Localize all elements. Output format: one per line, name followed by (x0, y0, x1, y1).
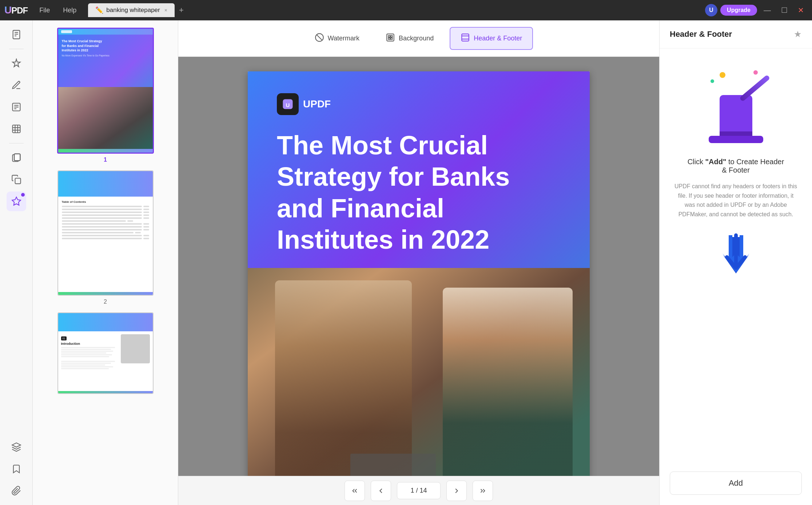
minimize-button[interactable]: — (760, 5, 775, 16)
content-area: Watermark Background Header & Footer (178, 20, 659, 505)
user-avatar[interactable]: U (705, 4, 717, 16)
background-icon (386, 33, 395, 44)
add-header-footer-button[interactable]: Add (670, 472, 802, 495)
sidebar-icon-active-tool[interactable] (7, 192, 26, 211)
sidebar-icon-layers[interactable] (7, 437, 26, 457)
sidebar-icon-text[interactable] (7, 97, 26, 117)
favorite-star-button[interactable]: ★ (794, 29, 802, 39)
file-menu[interactable]: File (33, 4, 56, 16)
right-panel-description: UPDF cannot find any headers or footers … (674, 182, 797, 219)
svg-rect-23 (391, 36, 392, 37)
svg-rect-24 (389, 38, 390, 39)
cover-logo-text: UPDF (303, 98, 331, 110)
thumb-page1-visual: The Most Crucial Strategyfor Banks and F… (58, 29, 153, 153)
upgrade-button[interactable]: Upgrade (720, 5, 757, 16)
svg-rect-16 (15, 178, 20, 184)
svg-text:U: U (286, 102, 290, 108)
tab-area: ✏️ banking whitepaper × + (88, 3, 702, 17)
sidebar-divider-2 (9, 143, 24, 143)
page-viewer[interactable]: U UPDF The Most Crucial Strategy for Ban… (178, 57, 659, 476)
thumb-page2-visual: Table of Contents (58, 171, 153, 295)
right-panel-cta-text: Click "Add" to Create Header& Footer (688, 158, 784, 174)
titlebar: UPDF File Help ✏️ banking whitepaper × +… (0, 0, 812, 20)
arrow-down-indicator (720, 233, 752, 277)
sidebar-left (0, 20, 33, 505)
cover-image (248, 268, 590, 476)
header-footer-icon (461, 33, 470, 44)
last-page-button[interactable] (473, 481, 493, 501)
cover-logo: U UPDF (277, 93, 561, 115)
svg-rect-25 (391, 38, 392, 39)
right-panel: Header & Footer ★ (659, 20, 812, 505)
sidebar-icon-bookmark[interactable] (7, 459, 26, 479)
watermark-label: Watermark (328, 35, 359, 42)
page-cover: U UPDF The Most Crucial Strategy for Ban… (248, 71, 590, 476)
thumb-frame-3: 01 Introduction (57, 312, 154, 394)
active-tab[interactable]: ✏️ banking whitepaper × (88, 3, 175, 17)
svg-rect-14 (14, 154, 20, 161)
watermark-button[interactable]: Watermark (304, 28, 370, 50)
main-area: The Most Crucial Strategyfor Banks and F… (0, 20, 812, 505)
window-controls: U Upgrade — ☐ ✕ (705, 4, 808, 16)
thumbnail-panel: The Most Crucial Strategyfor Banks and F… (33, 20, 178, 505)
sidebar-icon-edit[interactable] (7, 75, 26, 95)
tab-label: banking whitepaper (106, 7, 160, 14)
right-panel-header: Header & Footer ★ (660, 20, 812, 48)
thumbnail-page-1[interactable]: The Most Crucial Strategyfor Banks and F… (39, 28, 172, 163)
header-footer-button[interactable]: Header & Footer (450, 27, 533, 50)
background-button[interactable]: Background (375, 28, 444, 49)
maximize-button[interactable]: ☐ (777, 4, 791, 16)
magic-hat (709, 95, 763, 143)
svg-marker-17 (12, 197, 20, 205)
cover-logo-icon: U (277, 93, 299, 115)
tab-close-button[interactable]: × (164, 7, 167, 13)
close-button[interactable]: ✕ (794, 4, 808, 16)
svg-rect-21 (387, 34, 394, 41)
cover-title: The Most Crucial Strategy for Banks and … (277, 130, 532, 256)
next-page-button[interactable] (446, 481, 467, 501)
sidebar-icon-pages[interactable] (7, 148, 26, 167)
sidebar-icon-attach[interactable] (7, 481, 26, 501)
header-footer-label: Header & Footer (474, 35, 522, 42)
thumb-page-number-2: 2 (104, 299, 107, 305)
thumb-frame-2: Table of Contents (57, 170, 154, 296)
svg-marker-18 (12, 443, 20, 447)
edit-toolbar: Watermark Background Header & Footer (178, 20, 659, 57)
tab-edit-icon: ✏️ (95, 6, 103, 14)
right-panel-title: Header & Footer (670, 29, 732, 39)
thumb-page-number-1: 1 (104, 157, 107, 163)
svg-rect-22 (389, 36, 390, 37)
watermark-icon (315, 33, 324, 44)
prev-page-button[interactable] (371, 481, 391, 501)
first-page-button[interactable] (345, 481, 365, 501)
sidebar-divider-1 (9, 49, 24, 49)
thumb-page3-visual: 01 Introduction (58, 313, 153, 393)
sidebar-icon-copy[interactable] (7, 170, 26, 189)
thumbnail-page-2[interactable]: Table of Contents (39, 170, 172, 305)
svg-rect-0 (13, 30, 20, 39)
pdf-page: U UPDF The Most Crucial Strategy for Ban… (248, 71, 590, 476)
thumb-frame-1: The Most Crucial Strategyfor Banks and F… (57, 28, 154, 154)
thumbnail-page-3[interactable]: 01 Introduction (39, 312, 172, 397)
sidebar-icon-table[interactable] (7, 119, 26, 139)
sidebar-icon-document[interactable] (7, 25, 26, 44)
new-tab-button[interactable]: + (176, 4, 187, 16)
svg-rect-8 (12, 125, 20, 133)
svg-rect-26 (462, 34, 469, 41)
menu-bar: File Help (33, 4, 82, 16)
svg-line-20 (317, 35, 322, 40)
bottom-toolbar: 1 / 14 (178, 476, 659, 505)
sidebar-icon-stamp[interactable] (7, 54, 26, 73)
background-label: Background (399, 35, 434, 42)
cover-photo (248, 268, 590, 476)
magic-hat-illustration (700, 70, 772, 143)
app-logo: UPDF (4, 4, 28, 16)
right-panel-illustration: Click "Add" to Create Header& Footer UPD… (660, 48, 812, 472)
help-menu[interactable]: Help (57, 4, 82, 16)
page-indicator[interactable]: 1 / 14 (397, 482, 441, 499)
